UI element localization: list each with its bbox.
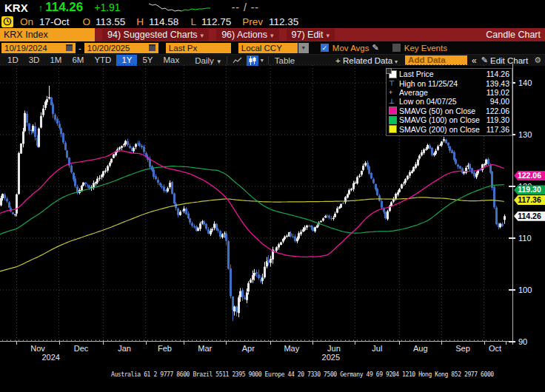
svg-text:Nov: Nov (30, 344, 45, 353)
suggested-charts-menu[interactable]: 94) Suggested Charts▾ (102, 29, 209, 41)
legend-value: 119.02 (487, 88, 509, 97)
chevron-down-icon: ▾ (327, 32, 330, 39)
chart-type-dropdown[interactable]: ▾ (261, 57, 264, 64)
legend-label: SMAVG (50) on Close (399, 107, 486, 115)
legend-row[interactable]: ⊤High on 11/25/24139.43 (389, 78, 509, 87)
svg-text:100: 100 (518, 285, 532, 294)
ticker-symbol: KRX (4, 1, 28, 14)
svg-text:Jan: Jan (118, 344, 131, 353)
legend-swatch (389, 125, 397, 133)
price-change: +1.91 (94, 1, 120, 13)
calendar-icon (66, 44, 73, 51)
bid-ask: -- / -- (232, 1, 259, 13)
svg-text:Mar: Mar (198, 344, 212, 353)
legend-value: 119.30 (487, 115, 509, 124)
edit-mov-avgs-icon[interactable]: ✎ (372, 43, 379, 53)
legend-label: Low on 04/07/25 (399, 97, 490, 106)
on-label: On (20, 16, 33, 27)
average-marker-icon: + (389, 89, 392, 96)
chevron-down-icon: ▾ (270, 32, 274, 39)
security-name-field[interactable]: KRX Index (0, 28, 95, 41)
sparkline-icon (149, 1, 213, 13)
legend-row[interactable]: SMAVG (50) on Close122.06 (389, 107, 509, 115)
svg-text:Apr: Apr (242, 344, 255, 353)
low-label: L (190, 16, 196, 27)
svg-text:Jun: Jun (327, 344, 341, 353)
quote-header: KRX ↑ 114.26 +1.91 -- / -- (0, 0, 545, 15)
last-price: 114.26 (45, 0, 83, 15)
high-value: 114.58 (149, 16, 178, 27)
price-badge: 117.36 (514, 195, 545, 205)
date-range-dash: - (78, 44, 81, 53)
svg-text:May: May (284, 344, 299, 353)
legend-row[interactable]: SMAVG (200) on Close117.36 (389, 124, 509, 133)
svg-text:140: 140 (518, 78, 532, 87)
legend-label: High on 11/25/24 (399, 79, 486, 88)
edit-menu[interactable]: 97) Edit▾ (287, 29, 335, 41)
legend-label: SMAVG (100) on Close (399, 115, 487, 124)
legend-row[interactable]: SMAVG (100) on Close119.30 (389, 115, 509, 124)
svg-text:Feb: Feb (158, 344, 172, 353)
clock-icon (1, 16, 13, 27)
up-arrow-icon: ↑ (39, 2, 44, 13)
price-badge: 114.26 (514, 212, 545, 221)
command-bar: KRX Index 94) Suggested Charts▾ 96) Acti… (0, 28, 545, 41)
session-date: 17-Oct (39, 16, 70, 27)
low-marker-icon: ⊥ (389, 98, 395, 105)
legend-label: Average (399, 88, 487, 97)
price-badge: 122.06 (514, 171, 545, 180)
svg-text:Dec: Dec (74, 344, 89, 353)
key-events-label: Key Events (404, 44, 447, 53)
svg-text:Aug: Aug (413, 344, 428, 353)
chart-settings-bar: 10/19/2024 - 10/20/2025 Last Px Local CC… (0, 41, 545, 54)
price-badge: 119.30 (514, 185, 545, 195)
svg-text:Jul: Jul (372, 344, 382, 353)
legend-row[interactable]: ⊥Low on 04/07/2594.00 (389, 97, 509, 106)
high-label: H (136, 16, 144, 27)
svg-text:110: 110 (518, 234, 532, 243)
price-field-select[interactable]: Last Px (166, 43, 231, 53)
legend-swatch (389, 107, 397, 115)
mov-avgs-label: Mov Avgs (332, 44, 370, 53)
prev-value: 112.35 (269, 16, 298, 27)
legend-row[interactable]: Last Price114.26 (389, 70, 509, 78)
svg-text:130: 130 (518, 130, 532, 139)
chart-type-label: Candle Chart (486, 30, 541, 40)
legend-label: SMAVG (200) on Close (399, 125, 487, 134)
svg-text:Oct: Oct (489, 344, 501, 353)
svg-text:Sep: Sep (455, 344, 470, 353)
open-label: O (83, 16, 91, 27)
chevron-down-icon: ▾ (201, 32, 204, 39)
low-value: 112.75 (201, 16, 231, 27)
svg-text:90: 90 (518, 337, 527, 346)
calendar-icon (149, 44, 156, 51)
high-marker-icon: ⊤ (389, 80, 395, 87)
open-value: 113.55 (96, 16, 125, 27)
legend-label: Last Price (399, 70, 487, 78)
terminal-footer: Australia 61 2 9777 8600 Brazil 5511 239… (0, 358, 545, 392)
legend-swatch (389, 116, 397, 124)
date-from-input[interactable]: 10/19/2024 (1, 43, 76, 53)
chart-legend[interactable]: Last Price114.26⊤High on 11/25/24139.43+… (386, 68, 512, 136)
key-events-checkbox[interactable] (392, 44, 401, 52)
legend-row[interactable]: +Average119.02 (389, 88, 509, 97)
currency-dropdown-button[interactable]: ▾ (298, 43, 309, 53)
legend-value: 139.43 (486, 79, 509, 88)
bloomberg-candle-chart-window: KRX ↑ 114.26 +1.91 -- / -- On 17-Oct O 1… (0, 0, 545, 392)
legend-value: 117.36 (487, 125, 509, 134)
mov-avgs-checkbox[interactable]: ✓ (321, 44, 329, 52)
currency-select[interactable]: Local CCY (238, 43, 298, 53)
actions-menu[interactable]: 96) Actions▾ (216, 29, 278, 41)
legend-value: 122.06 (486, 107, 509, 115)
legend-handle-icon[interactable] (386, 68, 392, 74)
session-stats: On 17-Oct O 113.55 H 114.58 L 112.75 Pre… (0, 15, 545, 28)
legend-value: 114.26 (487, 70, 509, 78)
prev-label: Prev (242, 16, 263, 27)
legend-value: 94.00 (490, 97, 509, 106)
date-to-input[interactable]: 10/20/2025 (84, 43, 158, 53)
footer-phones-1: Australia 61 2 9777 8600 Brazil 5511 239… (0, 371, 545, 379)
